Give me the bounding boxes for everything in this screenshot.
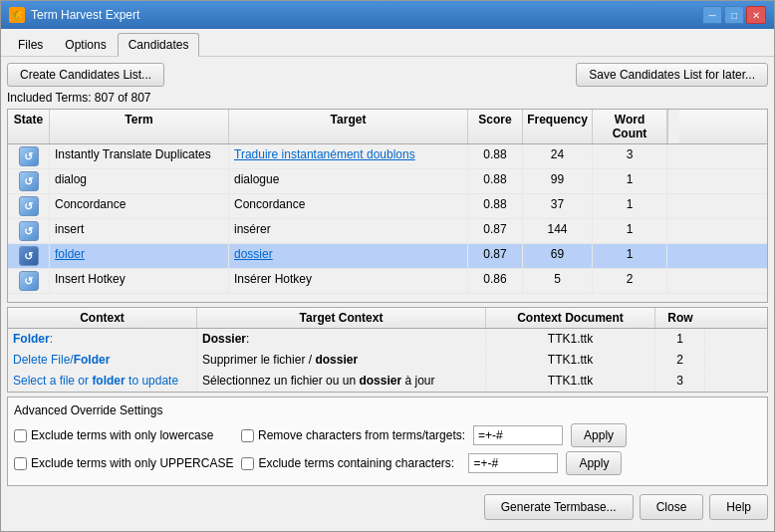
advanced-settings-title: Advanced Override Settings [14,403,761,417]
apply-button-2[interactable]: Apply [566,451,622,475]
state-icon: ↺ [19,246,39,266]
wordcount-cell: 2 [593,269,667,293]
table-row[interactable]: ↺ insert insérer 0.87 144 1 [8,219,767,244]
ctx-document: TTK1.ttk [486,371,655,391]
table-row[interactable]: ↺ Insert Hotkey Insérer Hotkey 0.86 5 2 [8,269,767,294]
ctx-col-document: Context Document [486,308,655,328]
context-header: Context Target Context Context Document … [8,308,767,329]
close-button[interactable]: Close [640,494,704,520]
menu-bar: Files Options Candidates [1,29,774,57]
ctx-col-context: Context [8,308,197,328]
ctx-context: Delete File/Folder [8,350,197,370]
exclude-lowercase-label[interactable]: Exclude terms with only lowercase [14,428,233,442]
exclude-uppercase-checkbox[interactable] [14,457,27,470]
state-cell: ↺ [8,219,50,243]
advanced-row-1: Exclude terms with only lowercase Remove… [14,423,761,447]
menu-item-candidates[interactable]: Candidates [118,33,200,57]
exclude-lowercase-checkbox[interactable] [14,429,27,442]
app-icon: 🌾 [9,7,25,23]
exclude-uppercase-text: Exclude terms with only UPPERCASE [31,456,233,470]
table-row[interactable]: ↺ Concordance Concordance 0.88 37 1 [8,194,767,219]
state-icon: ↺ [19,221,39,241]
target-cell: insérer [229,219,468,243]
score-cell: 0.87 [468,244,523,268]
maximize-button[interactable]: □ [724,6,744,24]
save-candidates-button[interactable]: Save Candidates List for later... [576,63,768,87]
frequency-cell: 69 [523,244,593,268]
target-cell: Insérer Hotkey [229,269,468,293]
ctx-col-row: Row [655,308,705,328]
col-header-frequency: Frequency [523,110,593,143]
target-cell[interactable]: dossier [229,244,468,268]
top-buttons-row: Create Candidates List... Save Candidate… [7,63,768,87]
term-cell: Instantly Translate Duplicates [50,144,229,168]
exclude-containing-input[interactable] [468,453,558,473]
context-section: Context Target Context Context Document … [7,307,768,393]
exclude-containing-label[interactable]: Exclude terms containing characters: [241,456,460,470]
bottom-buttons-row: Generate Termbase... Close Help [7,490,768,520]
context-row: Delete File/Folder Supprimer le fichier … [8,350,767,371]
frequency-cell: 144 [523,219,593,243]
close-window-button[interactable]: ✕ [746,6,766,24]
frequency-cell: 37 [523,194,593,218]
frequency-cell: 99 [523,169,593,193]
menu-item-files[interactable]: Files [7,33,54,56]
remove-chars-input[interactable] [473,425,563,445]
target-cell: dialogue [229,169,468,193]
ctx-row: 3 [655,371,705,391]
candidates-table: State Term Target Score Frequency Word C… [7,109,768,303]
wordcount-cell: 1 [593,169,667,193]
wordcount-cell: 1 [593,244,667,268]
ctx-context: Folder: [8,329,197,349]
wordcount-cell: 1 [593,194,667,218]
target-cell[interactable]: Traduire instantanément doublons [229,144,468,168]
main-content: Create Candidates List... Save Candidate… [1,57,774,531]
help-button[interactable]: Help [709,494,768,520]
col-header-wordcount: Word Count [593,110,667,143]
exclude-containing-checkbox[interactable] [241,457,254,470]
table-row[interactable]: ↺ dialog dialogue 0.88 99 1 [8,169,767,194]
wordcount-cell: 1 [593,219,667,243]
ctx-target: Supprimer le fichier / dossier [197,350,486,370]
term-cell: dialog [50,169,229,193]
advanced-row-2: Exclude terms with only UPPERCASE Exclud… [14,451,761,475]
remove-chars-checkbox[interactable] [241,429,254,442]
state-cell: ↺ [8,244,50,268]
ctx-target: Sélectionnez un fichier ou un dossier à … [197,371,486,391]
title-bar-controls: ─ □ ✕ [702,6,766,24]
term-cell: folder [50,244,229,268]
window-title: Term Harvest Expert [31,8,139,22]
scrollbar-header [667,110,679,143]
menu-item-options[interactable]: Options [54,33,117,56]
ctx-document: TTK1.ttk [486,350,655,370]
score-cell: 0.88 [468,169,523,193]
create-candidates-button[interactable]: Create Candidates List... [7,63,164,87]
minimize-button[interactable]: ─ [702,6,722,24]
remove-chars-label[interactable]: Remove characters from terms/targets: [241,428,465,442]
generate-termbase-button[interactable]: Generate Termbase... [484,494,634,520]
ctx-col-target-context: Target Context [197,308,486,328]
col-header-state: State [8,110,50,143]
term-cell: insert [50,219,229,243]
state-icon: ↺ [19,146,39,166]
context-body: Folder: Dossier: TTK1.ttk 1 Delete File/… [8,329,767,392]
included-terms-label: Included Terms: 807 of 807 [7,91,768,105]
exclude-containing-text: Exclude terms containing characters: [258,456,454,470]
state-cell: ↺ [8,194,50,218]
score-cell: 0.87 [468,219,523,243]
table-row[interactable]: ↺ folder dossier 0.87 69 1 [8,244,767,269]
frequency-cell: 5 [523,269,593,293]
state-icon: ↺ [19,171,39,191]
ctx-target: Dossier: [197,329,486,349]
term-cell: Insert Hotkey [50,269,229,293]
table-row[interactable]: ↺ Instantly Translate Duplicates Traduir… [8,144,767,169]
exclude-uppercase-label[interactable]: Exclude terms with only UPPERCASE [14,456,233,470]
apply-button-1[interactable]: Apply [571,423,627,447]
target-cell: Concordance [229,194,468,218]
wordcount-cell: 3 [593,144,667,168]
table-header: State Term Target Score Frequency Word C… [8,110,767,144]
table-body[interactable]: ↺ Instantly Translate Duplicates Traduir… [8,144,767,302]
score-cell: 0.86 [468,269,523,293]
context-row: Folder: Dossier: TTK1.ttk 1 [8,329,767,350]
ctx-row: 2 [655,350,705,370]
